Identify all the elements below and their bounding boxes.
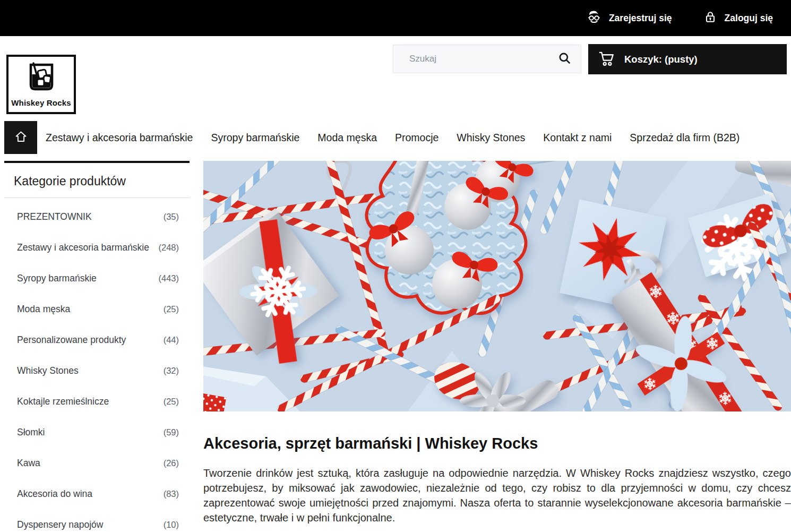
hero-image — [203, 161, 791, 411]
category-item-moda[interactable]: Moda męska (25) — [4, 294, 190, 324]
category-item-syropy[interactable]: Syropy barmańskie (443) — [4, 263, 190, 294]
magnifier-icon — [557, 51, 572, 67]
shopping-cart-icon — [598, 50, 617, 69]
search-bar — [393, 45, 581, 73]
nav-item-moda[interactable]: Moda męska — [317, 132, 377, 144]
category-item-koktajle[interactable]: Koktajle rzemieślnicze (25) — [4, 386, 190, 417]
lock-icon — [703, 10, 718, 27]
login-link[interactable]: Zaloguj się — [703, 10, 773, 27]
register-link[interactable]: Zarejestruj się — [586, 9, 672, 28]
category-count: (44) — [164, 335, 179, 345]
category-count: (25) — [164, 397, 179, 407]
category-item-slomki[interactable]: Słomki (59) — [4, 417, 190, 448]
sidebar-title: Kategorie produktów — [4, 163, 190, 198]
category-count: (248) — [158, 243, 179, 253]
category-item-wino[interactable]: Akcesoria do wina (83) — [4, 478, 190, 509]
cart-button[interactable]: Koszyk: (pusty) — [588, 44, 787, 74]
logo-text: Whiskey Rocks — [11, 98, 71, 107]
home-icon — [14, 130, 28, 145]
header: Whiskey Rocks Koszyk: (pusty) — [0, 36, 791, 121]
category-count: (83) — [164, 489, 179, 499]
category-count: (59) — [164, 427, 179, 437]
nav-item-whisky-stones[interactable]: Whisky Stones — [457, 132, 525, 144]
topbar: Zarejestruj się Zaloguj się — [0, 0, 791, 36]
nav-item-promocje[interactable]: Promocje — [395, 132, 439, 144]
nav-item-b2b[interactable]: Sprzedaż dla firm (B2B) — [630, 132, 740, 144]
category-count: (26) — [164, 458, 179, 468]
category-list: PREZENTOWNIK (35) Zestawy i akcesoria ba… — [4, 198, 190, 532]
login-label: Zaloguj się — [725, 13, 773, 24]
ornament-tray — [366, 161, 535, 313]
nav-item-kontakt[interactable]: Kontakt z nami — [543, 132, 612, 144]
category-item-zestawy[interactable]: Zestawy i akcesoria barmańskie (248) — [4, 232, 190, 263]
category-sidebar: Kategorie produktów PREZENTOWNIK (35) Ze… — [4, 161, 190, 532]
category-count: (32) — [164, 366, 179, 376]
category-item-personalizowane[interactable]: Personalizowane produkty (44) — [4, 324, 190, 355]
page-title: Akcesoria, sprzęt barmański | Whiskey Ro… — [203, 435, 791, 452]
register-label: Zarejestruj się — [609, 13, 672, 24]
logo[interactable]: Whiskey Rocks — [6, 55, 76, 114]
main-nav: Zestawy i akcesoria barmańskie Syropy ba… — [0, 121, 791, 154]
main-content: Akcesoria, sprzęt barmański | Whiskey Ro… — [203, 161, 791, 532]
cart-label: Koszyk: (pusty) — [624, 54, 698, 65]
category-item-prezentownik[interactable]: PREZENTOWNIK (35) — [4, 201, 190, 232]
whiskey-glass-icon — [23, 62, 60, 97]
nav-links: Zestawy i akcesoria barmańskie Syropy ba… — [46, 132, 740, 144]
category-count: (10) — [164, 520, 179, 530]
category-count: (35) — [164, 212, 179, 222]
nav-item-syropy[interactable]: Syropy barmańskie — [211, 132, 299, 144]
home-button[interactable] — [4, 121, 37, 154]
content-paragraph: Tworzenie drinków jest sztuką, która zas… — [203, 466, 791, 525]
category-item-kawa[interactable]: Kawa (26) — [4, 448, 190, 478]
category-count: (443) — [158, 273, 179, 284]
category-item-whisky-stones[interactable]: Whisky Stones (32) — [4, 355, 190, 386]
nav-item-zestawy[interactable]: Zestawy i akcesoria barmańskie — [46, 132, 193, 144]
category-count: (25) — [164, 304, 179, 314]
search-input[interactable] — [393, 53, 548, 65]
search-button[interactable] — [548, 45, 581, 73]
hipster-user-icon — [586, 9, 602, 28]
category-item-dyspensery[interactable]: Dyspensery napojów (10) — [4, 509, 190, 532]
